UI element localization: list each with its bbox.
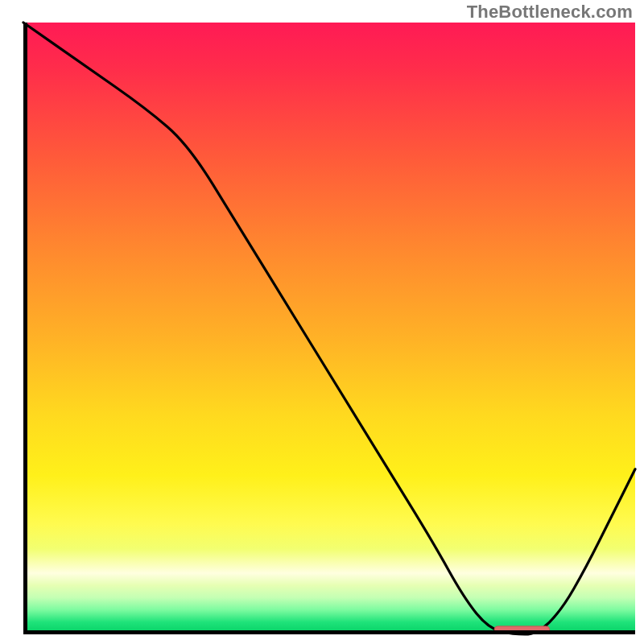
- watermark-text: TheBottleneck.com: [467, 2, 633, 23]
- chart-container: [23, 23, 635, 634]
- axis-frame: [23, 23, 635, 634]
